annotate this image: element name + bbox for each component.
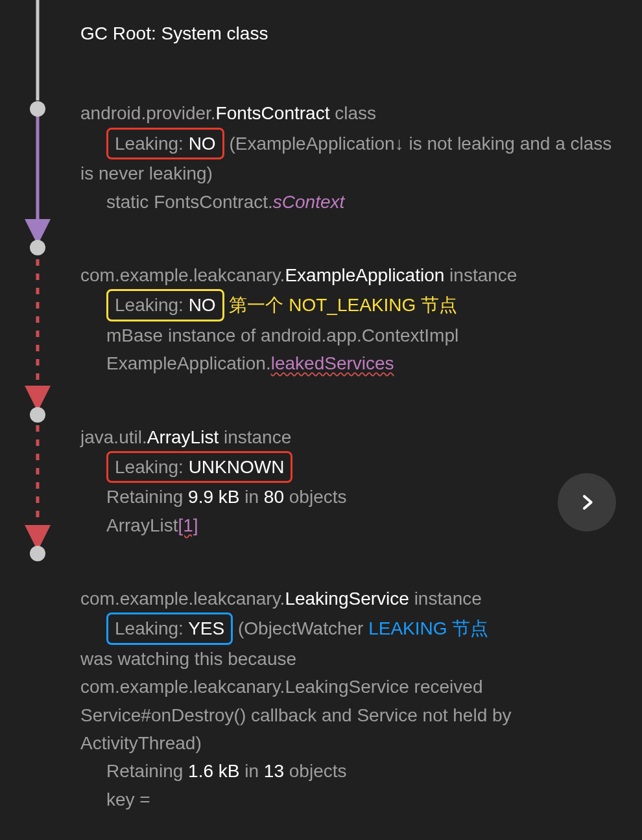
retaining-mid: in [239, 487, 263, 507]
class-name: LeakingService [285, 589, 409, 609]
leaking-status-box: Leaking: YES [106, 612, 233, 644]
timeline-svg [0, 0, 78, 840]
package-path: com.example.leakcanary. [80, 589, 285, 609]
leaking-value: UNKNOWN [189, 457, 285, 477]
retaining-pre: Retaining [106, 761, 188, 781]
trace-node-array-list: java.util.ArrayList instance Leaking: UN… [80, 423, 629, 540]
detail-mbase: mBase instance of android.app.ContextImp… [80, 321, 629, 349]
retaining-mid: in [239, 761, 263, 781]
next-button[interactable] [558, 473, 616, 531]
field-name: sContext [273, 192, 345, 212]
field-prefix: static FontsContract. [106, 192, 273, 212]
retaining-post: objects [284, 487, 347, 507]
package-path: com.example.leakcanary. [80, 265, 285, 285]
arraylist-index[interactable]: [1] [178, 515, 198, 535]
retaining-size: 9.9 kB [188, 487, 239, 507]
kind-suffix: instance [409, 589, 482, 609]
trace-node-leaking-service: com.example.leakcanary.LeakingService in… [80, 585, 629, 813]
svg-point-7 [30, 546, 45, 561]
field-name[interactable]: leakedServices [271, 353, 394, 373]
leaking-status-box: Leaking: NO [106, 128, 224, 159]
retaining-count: 13 [264, 761, 284, 781]
key-line: key = [80, 786, 629, 813]
retaining-size: 1.6 kB [188, 761, 239, 781]
field-prefix: ExampleApplication. [106, 353, 271, 373]
retaining-post: objects [284, 761, 347, 781]
class-name: ExampleApplication [285, 265, 444, 285]
svg-point-4 [30, 101, 45, 117]
leaking-value: YES [188, 618, 224, 638]
retaining-pre: Retaining [106, 487, 188, 507]
retaining-count: 80 [264, 487, 284, 507]
kind-suffix: instance [444, 265, 517, 285]
class-name: ArrayList [147, 427, 219, 447]
leaking-status-box: Leaking: NO [106, 289, 224, 321]
package-path: java.util. [80, 427, 147, 447]
annotation-not-leaking: 第一个 NOT_LEAKING 节点 [229, 295, 457, 315]
leaking-status-box: Leaking: UNKNOWN [106, 451, 292, 483]
gc-root-label: GC Root: System class [80, 19, 629, 47]
leak-trace-content: GC Root: System class android.provider.F… [80, 0, 629, 840]
trace-node-example-application: com.example.leakcanary.ExampleApplicatio… [80, 261, 629, 378]
trace-node-fonts-contract: android.provider.FontsContract class Lea… [80, 99, 629, 216]
arraylist-prefix: ArrayList [106, 515, 178, 535]
kind-suffix: class [329, 103, 376, 123]
svg-point-6 [30, 407, 45, 423]
leaking-value: NO [189, 295, 216, 315]
leaking-reason-continued: was watching this because com.example.le… [80, 645, 629, 758]
chevron-right-icon [577, 492, 597, 513]
class-name: FontsContract [216, 103, 330, 123]
annotation-leaking: LEAKING 节点 [368, 618, 488, 638]
kind-suffix: instance [219, 427, 291, 447]
package-path: android.provider. [80, 103, 216, 123]
svg-point-5 [30, 240, 45, 255]
leaking-value: NO [189, 134, 216, 154]
leak-trace-gutter [0, 0, 78, 840]
